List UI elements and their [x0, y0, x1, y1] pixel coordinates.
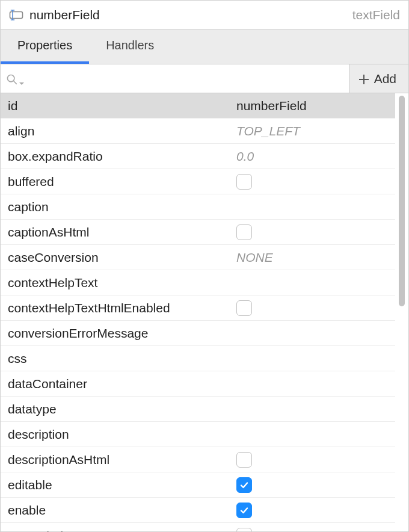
property-value[interactable]	[236, 300, 388, 316]
checkbox[interactable]	[236, 503, 252, 518]
search-input[interactable]	[29, 72, 345, 85]
checkbox[interactable]	[236, 224, 252, 240]
property-row[interactable]: css	[1, 346, 395, 371]
property-name: conversionErrorMessage	[8, 326, 236, 341]
property-row[interactable]: caption	[1, 194, 395, 220]
property-name: datatype	[8, 402, 236, 416]
property-row[interactable]: alignTOP_LEFT	[1, 119, 395, 144]
property-name: editable	[8, 478, 236, 492]
property-row[interactable]: datatype	[1, 397, 395, 422]
checkbox[interactable]	[236, 477, 252, 493]
chevron-down-icon[interactable]	[19, 76, 25, 82]
scrollbar[interactable]	[395, 93, 408, 531]
svg-point-1	[7, 75, 14, 81]
check-icon	[239, 506, 249, 515]
property-value[interactable]: NONE	[236, 250, 388, 265]
search-icon[interactable]	[5, 73, 19, 86]
svg-rect-0	[10, 11, 23, 18]
checkbox[interactable]	[236, 528, 252, 532]
property-row[interactable]: expanded	[1, 523, 395, 531]
scrollbar-thumb[interactable]	[399, 96, 405, 306]
property-row[interactable]: conversionErrorMessage	[1, 321, 395, 346]
property-value[interactable]: TOP_LEFT	[236, 124, 388, 138]
tabs-bar: Properties Handlers	[1, 29, 408, 64]
property-name: contextHelpTextHtmlEnabled	[8, 301, 236, 315]
checkbox[interactable]	[236, 300, 252, 316]
properties-table-wrap: idnumberFieldalignTOP_LEFTbox.expandRati…	[1, 93, 408, 531]
property-value[interactable]	[236, 477, 388, 493]
property-name: box.expandRatio	[8, 149, 236, 164]
property-row[interactable]: dataContainer	[1, 371, 395, 397]
property-row[interactable]: contextHelpText	[1, 270, 395, 295]
property-name: contextHelpText	[8, 276, 236, 290]
textfield-icon	[9, 8, 23, 22]
property-name: description	[8, 427, 236, 442]
property-name: caption	[8, 200, 236, 214]
checkbox[interactable]	[236, 452, 252, 468]
check-icon	[239, 480, 249, 490]
tab-label: Handlers	[106, 39, 154, 52]
component-id-title: numberField	[29, 8, 352, 22]
property-row[interactable]: description	[1, 422, 395, 447]
properties-table: idnumberFieldalignTOP_LEFTbox.expandRati…	[1, 93, 395, 531]
property-value[interactable]	[236, 224, 388, 240]
component-type-label: textField	[352, 8, 400, 22]
property-name: buffered	[8, 175, 236, 189]
property-name: css	[8, 351, 236, 366]
property-value[interactable]	[236, 452, 388, 468]
property-value[interactable]	[236, 174, 388, 190]
property-row[interactable]: editable	[1, 472, 395, 498]
property-row[interactable]: contextHelpTextHtmlEnabled	[1, 295, 395, 321]
property-value[interactable]: 0.0	[236, 149, 388, 164]
property-name: captionAsHtml	[8, 225, 236, 240]
add-button-label: Add	[374, 72, 396, 86]
property-name: enable	[8, 503, 236, 518]
tab-handlers[interactable]: Handlers	[89, 29, 171, 64]
property-name: caseConversion	[8, 250, 236, 265]
tab-properties[interactable]: Properties	[1, 29, 89, 64]
property-value[interactable]	[236, 528, 388, 532]
svg-line-2	[14, 81, 17, 84]
property-row[interactable]: descriptionAsHtml	[1, 447, 395, 472]
property-name: dataContainer	[8, 377, 236, 391]
property-value[interactable]: numberField	[236, 99, 388, 113]
property-row[interactable]: enable	[1, 498, 395, 523]
tab-label: Properties	[17, 39, 72, 52]
property-row[interactable]: caseConversionNONE	[1, 245, 395, 270]
property-name: descriptionAsHtml	[8, 453, 236, 467]
search-field-wrap	[1, 64, 349, 93]
checkbox[interactable]	[236, 174, 252, 190]
property-name: id	[8, 99, 236, 113]
property-row[interactable]: captionAsHtml	[1, 220, 395, 245]
property-name: align	[8, 124, 236, 138]
property-row[interactable]: idnumberField	[1, 93, 395, 119]
property-row[interactable]: box.expandRatio0.0	[1, 144, 395, 169]
add-button[interactable]: Add	[349, 64, 408, 93]
property-value[interactable]	[236, 503, 388, 518]
plus-icon	[358, 73, 369, 84]
property-row[interactable]: buffered	[1, 169, 395, 194]
panel-header: numberField textField	[1, 1, 408, 29]
property-name: expanded	[8, 528, 236, 532]
toolbar: Add	[1, 64, 408, 93]
